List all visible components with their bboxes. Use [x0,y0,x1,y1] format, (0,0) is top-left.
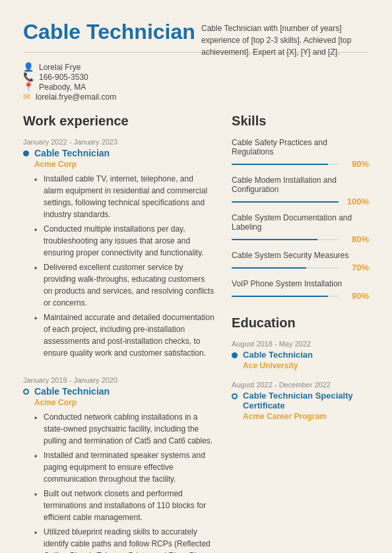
work-company-1: Acme Corp [34,160,215,169]
skill-bar-bg-2 [232,239,339,240]
bullet-dot: • [34,174,40,220]
bullet-dot: • [34,527,40,553]
skill-bar-row-1: 100% [232,197,369,207]
contact-name-row: 👤 Lorelai Frye [23,62,102,72]
skills-section: Skills Cable Safety Practices and Regula… [232,114,369,301]
phone-icon: 📞 [23,72,34,82]
skill-item-1: Cable Modem Installation and Configurati… [232,176,369,207]
work-bullet-2-0: •Conducted network cabling installations… [34,411,215,447]
work-section-title: Work experience [23,114,215,129]
skill-pct-2: 80% [344,234,369,244]
person-icon: 👤 [23,62,34,72]
work-bullet-1-0: •Installed cable TV, internet, telephone… [34,173,215,220]
work-bullet-2-1: •Installed and terminated speaker system… [34,449,215,485]
work-date-2: January 2019 - January 2020 [23,376,215,384]
edu-marker-1: Cable Technician Ace University [232,350,369,370]
work-entry-1: January 2022 - January 2023 Cable Techni… [23,138,215,362]
skill-bar-fill-4 [232,296,328,297]
skill-item-3: Cable System Security Measures 70% [232,251,369,273]
edu-school-2: Acme Career Program [243,412,369,421]
bullet-dot: • [34,263,40,309]
skill-bar-row-3: 70% [232,263,369,273]
skill-label-4: VoIP Phone System Installation [232,279,369,288]
contact-location-row: 📍 Peabody, MA [23,82,102,92]
skill-bar-fill-1 [232,201,339,203]
skill-bar-row-4: 90% [232,291,369,301]
skill-bar-fill-2 [232,239,317,240]
skill-pct-3: 70% [344,263,369,273]
work-bullet-2-2: •Built out network closets and performed… [34,488,215,523]
contact-email-row: ✉ lorelai.frye@email.com [23,92,102,102]
email-icon: ✉ [23,92,30,102]
edu-marker-2: Cable Technician Specialty Certificate A… [232,391,369,421]
edu-content-1: Cable Technician Ace University [243,350,369,370]
resume-page: Cable Technician 👤 Lorelai Frye 📞 166-90… [0,0,392,553]
right-column: Skills Cable Safety Practices and Regula… [232,114,369,553]
skill-label-2: Cable System Documentation and Labeling [232,213,369,232]
work-bullet-1-3: •Maintained accurate and detailed docume… [34,311,215,359]
summary-text: Cable Technician with [number of years] … [201,22,369,102]
bullet-dot: • [34,451,40,485]
edu-school-1: Ace University [243,361,369,370]
contact-phone: 166-905-3530 [39,73,88,82]
skills-section-title: Skills [232,114,369,129]
entry-marker-1: Cable Technician Acme Corp •Installed ca… [23,148,215,362]
work-title-1: Cable Technician [34,148,215,158]
skill-pct-4: 90% [344,291,369,301]
skill-bar-fill-0 [232,164,328,165]
edu-title-2: Cable Technician Specialty Certificate [243,391,369,410]
skill-bar-bg-1 [232,201,339,203]
contact-phone-row: 📞 166-905-3530 [23,72,102,82]
work-entry-2: January 2019 - January 2020 Cable Techni… [23,376,215,553]
bullet-dot: • [34,224,40,259]
edu-bullet-outline-2 [232,393,238,399]
education-section: Education August 2018 - May 2022 Cable T… [232,315,369,421]
location-icon: 📍 [23,82,34,92]
contact-name: Lorelai Frye [39,63,81,72]
entry-marker-2: Cable Technician Acme Corp •Conducted ne… [23,386,215,553]
skill-bar-bg-3 [232,267,339,269]
skill-bar-bg-4 [232,296,339,297]
work-company-2: Acme Corp [34,398,215,407]
skill-item-4: VoIP Phone System Installation 90% [232,279,369,301]
contact-block: 👤 Lorelai Frye 📞 166-905-3530 📍 Peabody,… [23,62,369,102]
bullet-dot: • [34,489,40,523]
edu-title-1: Cable Technician [243,350,369,360]
work-bullet-1-1: •Conducted multiple installations per da… [34,223,215,259]
work-title-2: Cable Technician [34,386,215,397]
edu-entry-1: August 2018 - May 2022 Cable Technician … [232,340,369,370]
bullet-dot: • [34,412,40,447]
bullet-dot: • [34,313,40,359]
skill-pct-1: 100% [344,197,369,207]
edu-date-1: August 2018 - May 2022 [232,340,369,348]
bullet-outline-2 [23,389,29,395]
work-bullet-2-3: •Utilized blueprint reading skills to ac… [34,526,215,553]
contact-email: lorelai.frye@email.com [36,92,116,102]
bullet-filled-1 [23,150,29,156]
skill-item-0: Cable Safety Practices and Regulations 9… [232,138,369,169]
edu-date-2: August 2022 - December 2022 [232,381,369,389]
contact-location: Peabody, MA [39,82,86,92]
edu-content-2: Cable Technician Specialty Certificate A… [243,391,369,421]
skill-bar-row-0: 90% [232,159,369,169]
skill-bar-fill-3 [232,267,306,269]
work-date-1: January 2022 - January 2023 [23,138,215,146]
edu-entry-2: August 2022 - December 2022 Cable Techni… [232,381,369,421]
main-content: Work experience January 2022 - January 2… [23,114,369,553]
skill-pct-0: 90% [344,159,369,169]
contact-left: 👤 Lorelai Frye 📞 166-905-3530 📍 Peabody,… [23,62,102,102]
work-bullet-1-2: •Delivered excellent customer service by… [34,261,215,309]
entry-content-1: Cable Technician Acme Corp •Installed ca… [34,148,215,362]
skill-label-0: Cable Safety Practices and Regulations [232,138,369,156]
entry-content-2: Cable Technician Acme Corp •Conducted ne… [34,386,215,553]
skill-bar-bg-0 [232,164,339,165]
work-section: Work experience January 2022 - January 2… [23,114,215,553]
skill-bar-row-2: 80% [232,234,369,244]
skill-label-3: Cable System Security Measures [232,251,369,260]
skill-item-2: Cable System Documentation and Labeling … [232,213,369,244]
skill-label-1: Cable Modem Installation and Configurati… [232,176,369,194]
edu-bullet-filled-1 [232,352,238,358]
education-section-title: Education [232,315,369,331]
